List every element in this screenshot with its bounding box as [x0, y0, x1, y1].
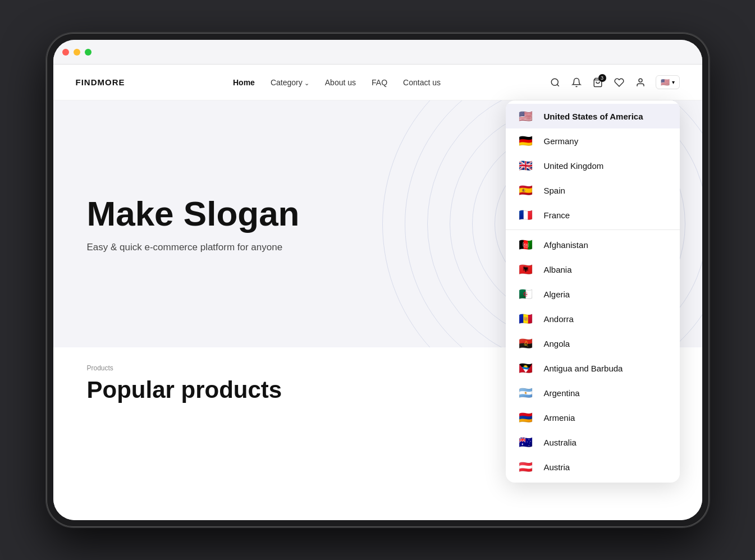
country-item[interactable]: 🇦🇲Armenia — [506, 405, 680, 430]
country-name: Austria — [544, 462, 570, 472]
country-item[interactable]: 🇫🇷France — [506, 203, 680, 227]
country-item[interactable]: 🇩🇿Algeria — [506, 282, 680, 306]
nav-links: Home Category About us FAQ Contact us — [233, 77, 441, 88]
country-flag: 🇦🇺 — [517, 435, 535, 449]
country-item[interactable]: 🇦🇫Afghanistan — [506, 232, 680, 257]
navbar: FINDMORE Home Category About us FAQ Cont… — [53, 65, 702, 100]
search-icon[interactable] — [549, 76, 561, 89]
country-item[interactable]: 🇦🇷Argentina — [506, 380, 680, 405]
country-item[interactable]: 🇩🇪Germany — [506, 128, 680, 153]
country-name: Australia — [544, 438, 576, 447]
country-flag: 🇦🇫 — [517, 238, 535, 251]
nav-faq[interactable]: FAQ — [372, 78, 387, 87]
country-name: Antigua and Barbuda — [544, 364, 623, 373]
browser-bar — [53, 40, 702, 65]
nav-icons: 3 🇺🇸 ▾ — [549, 75, 680, 89]
fullscreen-dot[interactable] — [85, 49, 91, 56]
country-flag: 🇺🇸 — [517, 109, 535, 123]
country-name: United States of America — [544, 112, 643, 121]
country-name: Spain — [544, 186, 565, 195]
country-item[interactable]: 🇦🇱Albania — [506, 257, 680, 282]
nav-category[interactable]: Category — [271, 78, 309, 87]
country-flag: 🇦🇲 — [517, 411, 535, 424]
device-frame: FINDMORE Home Category About us FAQ Cont… — [47, 33, 709, 527]
close-dot[interactable] — [62, 49, 69, 56]
country-flag: 🇩🇿 — [517, 287, 535, 301]
minimize-dot[interactable] — [74, 49, 80, 56]
country-item[interactable]: 🇺🇸United States of America — [506, 104, 680, 128]
country-item[interactable]: 🇦🇴Angola — [506, 331, 680, 356]
nav-home[interactable]: Home — [233, 78, 255, 87]
country-flag: 🇦🇱 — [517, 263, 535, 276]
country-item[interactable]: 🇪🇸Spain — [506, 178, 680, 203]
country-flag: 🇦🇴 — [517, 337, 535, 350]
country-flag: 🇦🇩 — [517, 312, 535, 325]
lang-flag: 🇺🇸 — [661, 78, 670, 86]
country-item[interactable]: 🇦🇹Austria — [506, 455, 680, 479]
nav-contact[interactable]: Contact us — [403, 78, 441, 87]
country-name: Albania — [544, 265, 572, 274]
country-flag: 🇬🇧 — [517, 159, 535, 172]
country-name: Germany — [544, 136, 579, 146]
wishlist-icon[interactable] — [613, 76, 625, 89]
logo: FINDMORE — [76, 77, 125, 87]
country-dropdown: 🇺🇸United States of America🇩🇪Germany🇬🇧Uni… — [506, 100, 680, 483]
country-name: Angola — [544, 339, 570, 348]
country-flag: 🇦🇬 — [517, 361, 535, 375]
country-item[interactable]: 🇬🇧United Kingdom — [506, 153, 680, 178]
country-name: United Kingdom — [544, 161, 604, 171]
country-name: Armenia — [544, 413, 575, 423]
country-flag: 🇪🇸 — [517, 183, 535, 197]
svg-line-1 — [557, 84, 559, 86]
country-item[interactable]: 🇦🇩Andorra — [506, 306, 680, 331]
svg-point-3 — [639, 79, 642, 82]
country-item[interactable]: 🇦🇬Antigua and Barbuda — [506, 356, 680, 380]
hero-subtitle: Easy & quick e-commerce platform for any… — [87, 242, 300, 253]
notification-icon[interactable] — [570, 76, 583, 89]
cart-count: 3 — [598, 74, 606, 82]
cart-icon[interactable]: 3 — [592, 76, 604, 89]
chevron-down-icon: ▾ — [672, 79, 675, 85]
nav-about[interactable]: About us — [325, 78, 356, 87]
country-name: Afghanistan — [544, 240, 588, 250]
country-name: Andorra — [544, 314, 574, 324]
user-icon[interactable] — [634, 76, 647, 89]
dropdown-divider — [506, 229, 680, 230]
country-flag: 🇩🇪 — [517, 134, 535, 148]
country-name: France — [544, 210, 570, 220]
hero-content: Make Slogan Easy & quick e-commerce plat… — [53, 195, 333, 253]
svg-point-0 — [551, 79, 558, 85]
country-name: Argentina — [544, 388, 580, 398]
country-flag: 🇫🇷 — [517, 208, 535, 222]
website-content: FINDMORE Home Category About us FAQ Cont… — [53, 65, 702, 520]
country-name: Algeria — [544, 290, 570, 299]
hero-title: Make Slogan — [87, 195, 300, 233]
country-flag: 🇦🇷 — [517, 386, 535, 400]
country-flag: 🇦🇹 — [517, 460, 535, 474]
country-item[interactable]: 🇦🇺Australia — [506, 430, 680, 455]
device-screen: FINDMORE Home Category About us FAQ Cont… — [53, 40, 702, 520]
language-selector[interactable]: 🇺🇸 ▾ — [656, 75, 680, 89]
